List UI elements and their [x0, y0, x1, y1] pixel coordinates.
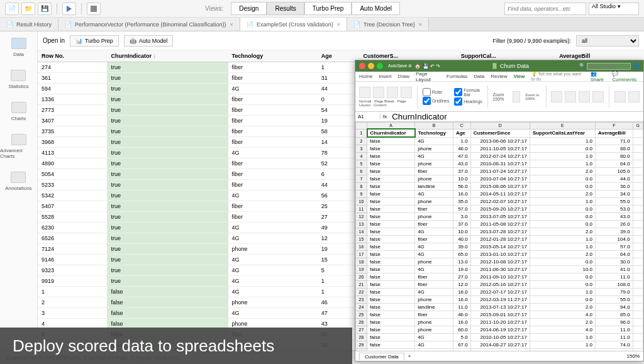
excel-cell[interactable]: 2.0	[530, 304, 595, 311]
excel-cell[interactable]: 46.0	[453, 145, 470, 153]
excel-cell[interactable]: 16.0	[453, 190, 470, 198]
excel-cell[interactable]: 55.0	[596, 198, 633, 206]
excel-cell[interactable]: 4G	[415, 334, 453, 341]
excel-cell[interactable]: 0.0	[530, 213, 595, 221]
excel-row-header[interactable]: 26	[356, 319, 367, 326]
excel-cell[interactable]: Technology	[415, 129, 453, 137]
excel-cell[interactable]: 35.0	[453, 198, 470, 206]
excel-cell[interactable]: 79.0	[596, 289, 633, 296]
excel-cell[interactable]: phone	[415, 319, 453, 326]
excel-cell[interactable]: 26.0	[596, 221, 633, 228]
minimize-window-button[interactable]	[368, 63, 374, 69]
sidebar-item-annotations[interactable]: Annotations	[5, 172, 31, 191]
excel-cell[interactable]: false	[367, 213, 415, 221]
excel-cell[interactable]: false	[367, 296, 415, 304]
excel-cell[interactable]: phone	[415, 198, 453, 206]
excel-row-header[interactable]: 6	[356, 168, 367, 175]
excel-cell[interactable]: 94.0	[596, 304, 633, 311]
excel-cell[interactable]: 2013-07-28 10:27:17	[470, 228, 530, 236]
page-break-button[interactable]	[373, 87, 384, 98]
excel-menu-draw[interactable]: Draw	[397, 74, 409, 79]
excel-cell[interactable]: 1.0	[530, 153, 595, 160]
excel-cell[interactable]: 3.0	[453, 213, 470, 221]
excel-cell[interactable]	[633, 160, 643, 168]
excel-cell[interactable]: fiber	[415, 236, 453, 243]
excel-cell[interactable]: 74.0	[596, 341, 633, 349]
excel-cell[interactable]: 16.0	[453, 319, 470, 326]
excel-menu-data[interactable]: Data	[474, 74, 484, 79]
excel-cell[interactable]: 2011-05-08 10:27:17	[470, 221, 530, 228]
excel-cell[interactable]: false	[367, 190, 415, 198]
excel-cell[interactable]: false	[367, 137, 415, 145]
excel-cell[interactable]: 88.0	[596, 145, 633, 153]
excel-cell[interactable]: fiber	[415, 281, 453, 289]
excel-cell[interactable]: false	[367, 273, 415, 281]
excel-cell[interactable]	[633, 251, 643, 258]
excel-cell[interactable]: 5.0	[453, 334, 470, 341]
excel-cell[interactable]: CustomerSince	[470, 129, 530, 137]
excel-row-header[interactable]: 28	[356, 334, 367, 341]
freeze-top-row-button[interactable]	[565, 91, 576, 102]
excel-cell[interactable]: false	[367, 221, 415, 228]
excel-cell[interactable]: 2013-06-06 10:27:17	[470, 137, 530, 145]
share-button[interactable]: 👥 Share	[591, 71, 609, 82]
split-button[interactable]	[592, 91, 604, 102]
excel-cell[interactable]: 2013-07-05 10:27:17	[470, 213, 530, 221]
excel-cell[interactable]: 2.0	[530, 251, 595, 258]
view-button-turbo-prep[interactable]: Turbo Prep	[304, 2, 352, 15]
excel-cell[interactable]: 2015-09-01 10:27:17	[470, 311, 530, 319]
excel-cell[interactable]: 11.0	[596, 273, 633, 281]
excel-cell[interactable]: 96.0	[596, 319, 633, 326]
excel-row-header[interactable]: 3	[356, 145, 367, 153]
excel-cell[interactable]: 2015-05-14 10:27:17	[470, 243, 530, 251]
tab-close-button[interactable]: ×	[230, 21, 233, 28]
excel-cell[interactable]: false	[367, 206, 415, 213]
excel-cell[interactable]: 4G	[415, 190, 453, 198]
excel-cell[interactable]: 2011-07-24 10:27:17	[470, 168, 530, 175]
excel-cell[interactable]: 2013-01-10 10:27:17	[470, 251, 530, 258]
excel-cell[interactable]	[633, 228, 643, 236]
record-macro-button[interactable]	[628, 91, 640, 102]
excel-cell[interactable]: false	[367, 168, 415, 175]
excel-cell[interactable]: 11.0	[596, 334, 633, 341]
excel-row-header[interactable]: 19	[356, 266, 367, 273]
excel-menu-home[interactable]: Home	[359, 74, 372, 79]
excel-cell[interactable]: 2015-08-06 10:27:17	[470, 183, 530, 190]
tab-close-button[interactable]: ×	[419, 21, 422, 28]
turbo-prep-button[interactable]: 📊Turbo Prep	[70, 35, 119, 47]
excel-row-header[interactable]: 8	[356, 183, 367, 190]
excel-cell[interactable]: 65.0	[453, 251, 470, 258]
close-window-button[interactable]	[359, 63, 365, 69]
excel-cell[interactable]: phone	[415, 258, 453, 266]
freeze-first-col-button[interactable]	[579, 91, 590, 102]
excel-row-header[interactable]: 2	[356, 137, 367, 145]
excel-cell[interactable]: 39.0	[453, 243, 470, 251]
excel-cell[interactable]	[633, 266, 643, 273]
excel-cell[interactable]: 12.0	[453, 281, 470, 289]
excel-cell[interactable]: 2011-10-20 10:27:17	[470, 319, 530, 326]
comments-button[interactable]: 💬 Comments	[612, 71, 640, 82]
excel-cell[interactable]: 4G	[415, 137, 453, 145]
excel-cell[interactable]: 0.0	[530, 296, 595, 304]
excel-cell[interactable]: false	[367, 183, 415, 190]
column-header[interactable]: ChurnIndicator	[107, 50, 228, 62]
excel-cell[interactable]: 16.0	[453, 296, 470, 304]
excel-cell[interactable]: false	[367, 266, 415, 273]
excel-cell[interactable]: 4G	[415, 228, 453, 236]
excel-cell[interactable]	[633, 145, 643, 153]
excel-cell[interactable]: 1.0	[530, 289, 595, 296]
excel-cell[interactable]: 2012-03-19 11:27:17	[470, 296, 530, 304]
gridlines-checkbox[interactable]: Gridlines	[423, 97, 450, 105]
excel-cell[interactable]	[633, 334, 643, 341]
excel-cell[interactable]: 2011-10-05 10:27:17	[470, 145, 530, 153]
cell-reference[interactable]: A1	[355, 114, 380, 119]
excel-cell[interactable]: 4G	[415, 243, 453, 251]
sidebar-item-charts[interactable]: Charts	[11, 102, 26, 121]
excel-cell[interactable]: 85.0	[596, 311, 633, 319]
excel-cell[interactable]: false	[367, 311, 415, 319]
excel-cell[interactable]: 2012-07-24 10:27:17	[470, 153, 530, 160]
excel-cell[interactable]: 0.0	[530, 183, 595, 190]
excel-cell[interactable]: 1.0	[530, 243, 595, 251]
excel-cell[interactable]: 2012-02-07 10:27:17	[470, 198, 530, 206]
excel-cell[interactable]: AverageBill	[596, 129, 633, 137]
